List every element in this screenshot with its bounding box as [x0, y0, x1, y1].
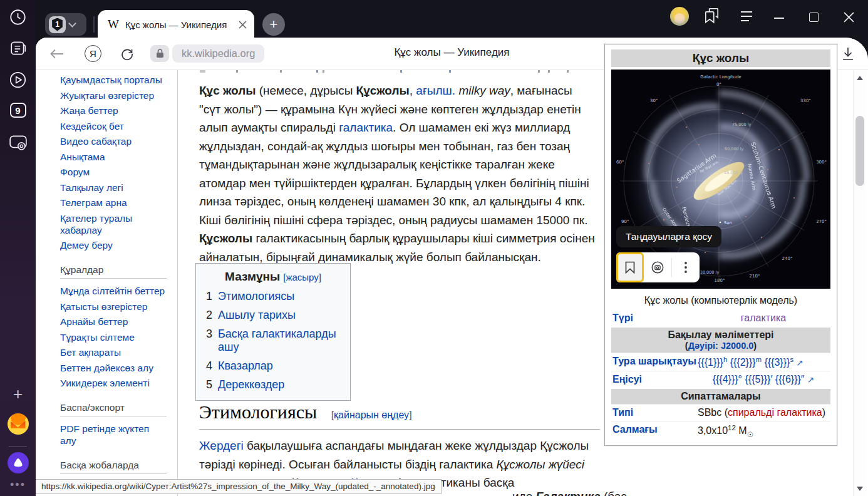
galaxy-angle-label: 270°	[816, 219, 827, 224]
scroll-up-arrow[interactable]	[857, 76, 863, 80]
alice-assistant-icon[interactable]	[0, 452, 36, 473]
notes-icon[interactable]	[0, 39, 36, 57]
image-more-menu-button[interactable]	[672, 252, 700, 282]
infobox-section-characteristics: Сипаттамалары	[611, 389, 830, 404]
galaxy-image[interactable]: Galactic Longitude 0° 30° 60° 90° 330° 3…	[611, 70, 830, 289]
galaxy-angle-label: 240°	[782, 256, 793, 261]
edit-section-link[interactable]: [қайнарын өңдеу]	[331, 410, 412, 420]
nav-link[interactable]: Кездейсоқ бет	[60, 120, 178, 132]
infobox-section-observation: Бақылау мәліметтері (Дәуірі: J2000.0)	[611, 328, 830, 353]
nav-link[interactable]: Тұрақты сілтеме	[60, 331, 178, 343]
galaxy-angle-label: 210°	[750, 274, 760, 279]
infobox-label[interactable]: Типі	[612, 407, 698, 418]
video-play-icon[interactable]	[0, 71, 36, 89]
yandex-mail-icon[interactable]	[0, 413, 36, 435]
downloads-icon[interactable]	[842, 47, 854, 61]
toc-link[interactable]: Этимологиясы	[218, 290, 294, 303]
nav-section-heading: Басқа жобаларда	[60, 459, 167, 474]
wikipedia-favicon: W	[108, 18, 119, 31]
bookmarks-panel-icon[interactable]	[705, 8, 719, 24]
infobox-caption: Құс жолы (компьютерлік модель)	[611, 289, 830, 310]
nav-link[interactable]: Демеу беру	[60, 239, 178, 251]
chevron-down-icon[interactable]	[68, 19, 76, 28]
infobox-row-mass: Салмағы 3,0x1012 M☉	[611, 421, 830, 442]
sidebar-more-icon[interactable]: •••	[0, 478, 36, 492]
galaxy-axis-title: Galactic Longitude	[700, 75, 741, 80]
tab-group-icon: 1	[49, 16, 66, 33]
add-panel-icon[interactable]: +	[0, 386, 36, 402]
image-action-toolbar	[616, 252, 700, 282]
infobox-row-class: Типі SBbc (спиральді галактика)	[611, 404, 830, 421]
nav-link[interactable]: Жуықтағы өзгерістер	[60, 90, 178, 101]
nav-link[interactable]: Жаңа беттер	[60, 105, 178, 116]
galaxy-angle-label: 30°	[650, 98, 658, 103]
status-bar-url: https://kk.wikipedia.org/wiki/Сурет:Arti…	[36, 479, 442, 494]
nav-link[interactable]: Бет ақпараты	[60, 346, 178, 358]
tab-group-count-badge: 1	[51, 18, 63, 31]
nav-link[interactable]: Телеграм арна	[60, 197, 178, 209]
nav-link[interactable]: PDF ретінде жүктеп алу	[60, 423, 154, 447]
galaxy-angle-label: 90°	[621, 219, 629, 224]
minimize-button[interactable]	[774, 18, 784, 19]
toc-link[interactable]: Ашылу тарихы	[218, 309, 296, 322]
infobox-link[interactable]: галактика	[741, 313, 786, 323]
toc-item: 4Квазарлар	[206, 359, 340, 373]
nav-link[interactable]: Беттен дәйексөз алу	[60, 362, 178, 374]
screenshot-icon[interactable]	[0, 135, 36, 151]
infobox-label[interactable]: Еңісуі	[612, 374, 698, 385]
nav-link[interactable]: Форум	[60, 166, 178, 178]
section-heading: Этимологиясы	[199, 401, 317, 422]
close-window-button[interactable]	[844, 12, 854, 23]
table-of-contents: Мазмұны [жасыру] 1Этимологиясы 2Ашылу та…	[195, 263, 351, 401]
nav-link[interactable]: Мұнда сілтейтін беттер	[60, 285, 178, 297]
tab-group-widget[interactable]: 1	[45, 13, 86, 36]
infobox-label[interactable]: Түрі	[612, 313, 698, 324]
sidebar-divider	[9, 446, 27, 447]
tab-counter-badge[interactable]: 9	[0, 103, 36, 118]
history-clock-icon[interactable]	[0, 9, 36, 26]
menu-icon[interactable]	[740, 11, 753, 22]
tab-close-icon[interactable]	[239, 21, 247, 29]
galaxy-angle-label: 180°	[715, 278, 725, 283]
infobox-title: Құс жолы	[611, 49, 830, 67]
clipped-text-line	[200, 70, 601, 74]
maximize-button[interactable]	[809, 13, 819, 22]
save-image-bookmark-button[interactable]	[616, 252, 644, 282]
nav-link[interactable]: Анықтама	[60, 151, 178, 163]
nav-link[interactable]: Қауымдастық порталы	[60, 74, 178, 86]
infobox-label[interactable]: Тура шарықтауы	[612, 356, 698, 368]
toc-hide-toggle[interactable]: [жасыру]	[283, 272, 321, 282]
nav-link[interactable]: Уикидерек элементі	[60, 377, 178, 389]
galaxy-angle-label: 300°	[816, 160, 827, 165]
browser-sidebar: 9 + •••	[0, 0, 36, 496]
galaxy-angle-label: 0°	[716, 82, 721, 87]
toc-link[interactable]: Басқа галактикаларды ашу	[218, 328, 340, 354]
tabstrip-divider	[93, 16, 95, 33]
toc-link[interactable]: Дереккөздер	[218, 378, 284, 391]
toc-link[interactable]: Квазарлар	[218, 359, 273, 373]
search-by-image-button[interactable]	[644, 252, 671, 282]
add-to-favorites-tooltip: Таңдауыларға қосу	[616, 226, 721, 247]
infobox-row-dec: Еңісуі {{{4}}}° {{{5}}}′ {{{6}}}″ ↗	[611, 371, 830, 388]
nav-link[interactable]: Арнайы беттер	[60, 316, 178, 328]
toc-item: 1Этимологиясы	[206, 290, 340, 303]
new-tab-button[interactable]: +	[262, 13, 285, 36]
infobox-row-ra: Тура шарықтауы {{{1}}}h {{{2}}}m {{{3}}}…	[611, 353, 830, 371]
profile-avatar[interactable]	[670, 7, 689, 26]
article-lead-paragraph: Құс жолы (немесе, дұрысы Құсжолы, ағылш.…	[199, 81, 596, 266]
toc-item: 5Дереккөздер	[206, 378, 340, 391]
galaxy-distance-label: 30,000 ly	[700, 270, 720, 275]
tab-milky-way[interactable]: W Құс жолы — Уикипедия	[98, 10, 254, 39]
galaxy-distance-label: 75,000 ly	[732, 122, 752, 127]
nav-link[interactable]: Талқылау легі	[60, 182, 178, 194]
nav-section-heading: Баспа/экспорт	[60, 401, 167, 416]
galaxy-distance-label: 60,000 ly	[725, 147, 744, 152]
nav-link[interactable]: Қателер туралы хабарлау	[60, 212, 154, 236]
infobox-label[interactable]: Салмағы	[612, 424, 698, 439]
galaxy-angle-label: 60°	[616, 160, 624, 165]
nav-link[interactable]: Қатысты өзгерістер	[60, 301, 178, 313]
scroll-down-arrow[interactable]	[857, 487, 863, 491]
page-scrollbar[interactable]	[853, 71, 866, 496]
scrollbar-thumb[interactable]	[855, 116, 864, 186]
nav-link[interactable]: Видео сабақтар	[60, 135, 178, 147]
